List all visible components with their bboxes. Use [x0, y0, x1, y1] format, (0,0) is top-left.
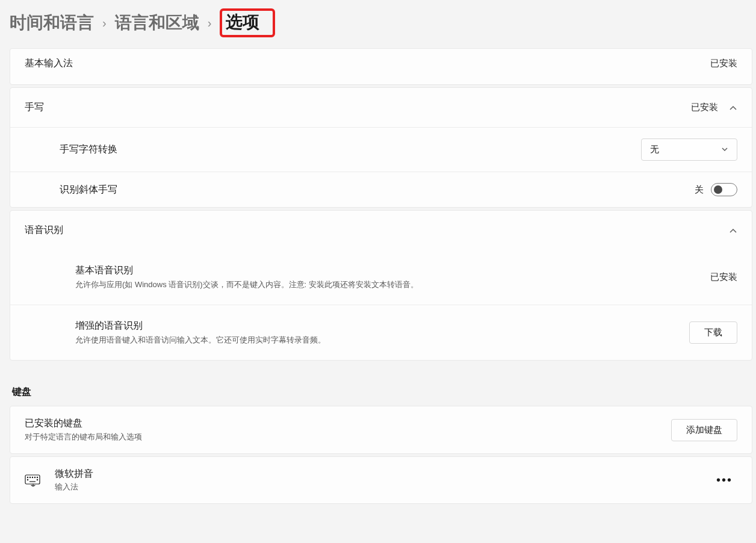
basic-input-row[interactable]: 基本输入法 已安装	[10, 49, 752, 84]
italic-toggle[interactable]	[711, 183, 737, 196]
basic-speech-status: 已安装	[710, 272, 737, 283]
content-area: 基本输入法 已安装 手写 已安装 手写字符转换 无 识别斜体手写	[0, 48, 756, 504]
char-convert-label: 手写字符转换	[60, 143, 117, 156]
basic-speech-row: 基本语音识别 允许你与应用(如 Windows 语音识别)交谈，而不是键入内容。…	[10, 250, 752, 305]
char-convert-select[interactable]: 无	[641, 138, 737, 161]
italic-toggle-state: 关	[695, 184, 704, 196]
installed-keyboards-desc: 对于特定语言的键布局和输入选项	[25, 432, 142, 442]
enhanced-speech-desc: 允许使用语音键入和语音访问输入文本。它还可使用实时字幕转录音频。	[75, 335, 326, 346]
breadcrumb-time-language[interactable]: 时间和语言	[10, 11, 94, 34]
breadcrumb: 时间和语言 › 语言和区域 › 选项	[0, 0, 756, 48]
ime-name: 微软拼音	[55, 468, 93, 480]
svg-point-4	[34, 477, 35, 477]
ime-card[interactable]: 微软拼音 输入法 •••	[10, 456, 752, 504]
chevron-down-icon	[721, 144, 728, 155]
add-keyboard-button[interactable]: 添加键盘	[671, 419, 737, 441]
installed-keyboards-row: 已安装的键盘 对于特定语言的键布局和输入选项 添加键盘	[10, 406, 752, 453]
enhanced-speech-row: 增强的语音识别 允许使用语音键入和语音访问输入文本。它还可使用实时字幕转录音频。…	[10, 305, 752, 360]
enhanced-speech-title: 增强的语音识别	[75, 320, 326, 332]
svg-point-3	[32, 477, 33, 477]
ime-subtitle: 输入法	[55, 482, 93, 492]
handwriting-label: 手写	[25, 101, 44, 114]
installed-keyboards-card: 已安装的键盘 对于特定语言的键布局和输入选项 添加键盘	[10, 406, 752, 454]
chevron-up-icon	[729, 226, 737, 235]
basic-input-card: 基本输入法 已安装	[10, 48, 752, 85]
keyboards-section-title: 键盘	[12, 386, 752, 399]
download-button[interactable]: 下载	[689, 321, 737, 344]
svg-point-1	[27, 477, 28, 477]
italic-handwriting-row: 识别斜体手写 关	[10, 172, 752, 207]
italic-label: 识别斜体手写	[60, 184, 117, 196]
chevron-right-icon: ›	[208, 16, 212, 30]
breadcrumb-current-highlight: 选项	[220, 8, 275, 37]
basic-input-label: 基本输入法	[25, 57, 73, 70]
svg-point-7	[37, 479, 37, 480]
keyboard-icon	[25, 473, 40, 488]
char-convert-value: 无	[650, 144, 659, 155]
breadcrumb-options: 选项	[226, 13, 259, 31]
chevron-right-icon: ›	[102, 16, 107, 30]
handwriting-status: 已安装	[691, 102, 718, 113]
basic-input-status: 已安装	[710, 58, 737, 69]
handwriting-char-convert-row: 手写字符转换 无	[10, 127, 752, 172]
more-options-button[interactable]: •••	[711, 471, 737, 489]
basic-speech-title: 基本语音识别	[75, 264, 418, 277]
chevron-up-icon	[729, 104, 737, 112]
installed-keyboards-title: 已安装的键盘	[25, 417, 142, 430]
handwriting-header[interactable]: 手写 已安装	[10, 88, 752, 127]
basic-speech-desc: 允许你与应用(如 Windows 语音识别)交谈，而不是键入内容。注意: 安装此…	[75, 279, 418, 290]
breadcrumb-language-region[interactable]: 语言和区域	[115, 11, 199, 34]
speech-card: 语音识别 基本语音识别 允许你与应用(如 Windows 语音识别)交谈，而不是…	[10, 210, 752, 361]
speech-label: 语音识别	[25, 224, 63, 237]
svg-point-6	[27, 479, 28, 480]
toggle-knob	[714, 185, 722, 194]
speech-header[interactable]: 语音识别	[10, 211, 752, 250]
svg-point-2	[29, 477, 30, 477]
svg-point-5	[37, 477, 37, 477]
handwriting-card: 手写 已安装 手写字符转换 无 识别斜体手写 关	[10, 87, 752, 208]
